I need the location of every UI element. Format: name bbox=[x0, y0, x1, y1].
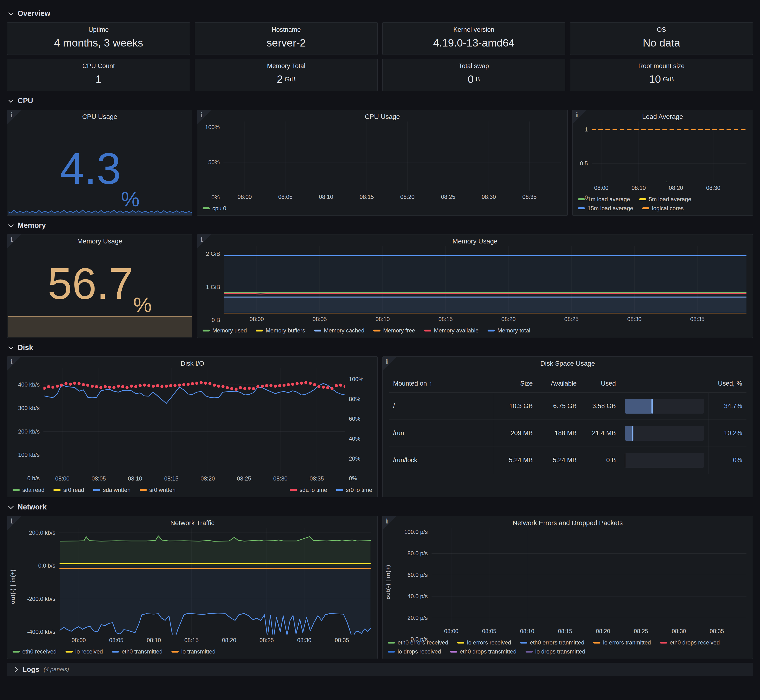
section-header-disk[interactable]: Disk bbox=[9, 342, 753, 353]
legend-item[interactable]: sda io time bbox=[290, 487, 327, 493]
legend-item[interactable]: eth0 transmitted bbox=[112, 648, 163, 655]
y-axis-label: out(-) | in(+) bbox=[7, 528, 18, 645]
stat-label: OS bbox=[657, 26, 666, 33]
legend-item[interactable]: sr0 io time bbox=[336, 487, 372, 493]
legend-item[interactable]: cpu 0 bbox=[202, 205, 226, 212]
cpu-usage-plot[interactable] bbox=[224, 122, 561, 191]
grafana-dashboard: Overview Uptime 4 months, 3 weeks Hostna… bbox=[0, 0, 760, 681]
disk-io-plot[interactable] bbox=[44, 368, 345, 473]
panel-info-icon[interactable]: i bbox=[197, 234, 211, 248]
panel-network-traffic: i Network Traffic out(-) | in(+) 200.0 k… bbox=[7, 516, 378, 659]
network-traffic-plot[interactable] bbox=[59, 528, 371, 634]
col-header-mounted-on[interactable]: Mounted on↑ bbox=[389, 380, 493, 387]
memory-usage-plot[interactable] bbox=[224, 246, 746, 314]
panel-info-icon[interactable]: i bbox=[382, 357, 396, 370]
panel-info-icon[interactable]: i bbox=[7, 357, 21, 370]
x-tick-label: 08:25 bbox=[227, 475, 261, 482]
legend-swatch bbox=[53, 489, 61, 491]
panel-disk-io: i Disk I/O 0 b/s100 kb/s200 kb/s300 kb/s… bbox=[7, 356, 378, 497]
legend-label: lo errors received bbox=[467, 639, 511, 646]
panel-info-icon[interactable]: i bbox=[197, 110, 211, 123]
overview-stats-row-2: CPU Count 1 Memory Total 2GiB Total swap… bbox=[7, 59, 753, 91]
legend-item[interactable]: lo drops received bbox=[388, 648, 441, 655]
network-errors-plot[interactable] bbox=[431, 528, 746, 625]
chevron-down-icon bbox=[8, 10, 14, 16]
legend-item[interactable]: sda written bbox=[93, 487, 130, 493]
legend-label: sda read bbox=[22, 487, 44, 493]
legend-item[interactable]: eth0 errors tranmitted bbox=[520, 639, 584, 646]
cell-used: 21.4 MB bbox=[581, 420, 620, 447]
legend-item[interactable]: Memory buffers bbox=[256, 327, 305, 334]
y-tick-label: 20.0 p/s bbox=[407, 614, 428, 621]
legend-item[interactable]: eth0 drops received bbox=[660, 639, 720, 646]
legend-item[interactable]: lo drops transmitted bbox=[526, 648, 585, 655]
cell-size: 209 MB bbox=[493, 420, 537, 447]
legend-item[interactable]: lo received bbox=[66, 648, 103, 655]
legend-item[interactable]: Memory free bbox=[373, 327, 415, 334]
col-header-size[interactable]: Size bbox=[493, 380, 537, 387]
section-header-cpu[interactable]: CPU bbox=[9, 95, 753, 107]
panel-memory-usage-gauge: i Memory Usage 56.7 % bbox=[7, 234, 193, 338]
legend-item[interactable]: lo transmitted bbox=[171, 648, 215, 655]
legend-item[interactable]: Memory cached bbox=[314, 327, 365, 334]
col-header-available[interactable]: Available bbox=[537, 380, 581, 387]
legend-item[interactable]: 5m load average bbox=[639, 196, 691, 203]
cpu-usage-value: 4.3 bbox=[60, 147, 121, 191]
cpu-usage-gauge: 4.3 % bbox=[7, 122, 192, 216]
legend-item[interactable]: logical cores bbox=[642, 205, 683, 212]
legend-item[interactable]: lo errors received bbox=[457, 639, 511, 646]
legend-swatch bbox=[93, 489, 100, 491]
y-tick-label: 100 kb/s bbox=[18, 452, 40, 458]
y-tick-label: 0 b/s bbox=[27, 475, 40, 482]
x-tick-label: 08:20 bbox=[492, 316, 525, 322]
y-tick-label: 200 kb/s bbox=[18, 428, 40, 435]
panel-info-icon[interactable]: i bbox=[7, 110, 21, 123]
legend-item[interactable]: 15m load average bbox=[578, 205, 633, 212]
legend-item[interactable]: Memory available bbox=[424, 327, 479, 334]
legend-label: logical cores bbox=[652, 205, 683, 212]
section-header-network[interactable]: Network bbox=[9, 501, 753, 513]
x-tick-label: 08:20 bbox=[586, 628, 620, 634]
col-header-used[interactable]: Used bbox=[581, 380, 620, 387]
legend-label: eth0 errors tranmitted bbox=[530, 639, 584, 646]
legend-item[interactable]: eth0 drops transmitted bbox=[450, 648, 517, 655]
legend-item[interactable]: lo errors tranmitted bbox=[593, 639, 651, 646]
x-tick-label: 08:20 bbox=[659, 184, 693, 191]
panel-info-icon[interactable]: i bbox=[7, 516, 21, 530]
load-average-plot[interactable] bbox=[592, 122, 746, 182]
y-tick-label: 0 B bbox=[212, 317, 220, 323]
section-label: Disk bbox=[17, 343, 33, 352]
section-header-memory[interactable]: Memory bbox=[9, 219, 753, 231]
x-tick-label: 08:00 bbox=[585, 184, 618, 191]
section-header-logs[interactable]: Logs (4 panels) bbox=[7, 663, 753, 676]
col-header-used-pct[interactable]: Used, % bbox=[708, 380, 746, 387]
y-tick-label: 20% bbox=[349, 455, 360, 462]
legend-swatch bbox=[171, 651, 179, 653]
panel-info-icon[interactable]: i bbox=[573, 110, 586, 123]
legend-item[interactable]: Memory total bbox=[487, 327, 530, 334]
legend-item[interactable]: sr0 read bbox=[53, 487, 84, 493]
legend-item[interactable]: Memory used bbox=[202, 327, 247, 334]
y-tick-label: 0.5 bbox=[580, 160, 588, 167]
legend-label: 15m load average bbox=[588, 205, 633, 212]
table-row: /10.3 GB6.75 GB3.58 GB34.7% bbox=[389, 392, 746, 420]
panel-load-average: i Load Average 00.51 08:0008:1008:2008:3… bbox=[572, 109, 753, 216]
stat-panel-uptime: Uptime 4 months, 3 weeks bbox=[7, 22, 190, 55]
cell-mounted-on: / bbox=[389, 393, 493, 420]
panel-info-icon[interactable]: i bbox=[382, 516, 396, 530]
y-tick-label: -400.0 kb/s bbox=[27, 628, 55, 635]
legend-label: Memory used bbox=[212, 327, 247, 334]
y-tick-label: 2 GiB bbox=[206, 251, 220, 257]
legend-item[interactable]: sda read bbox=[13, 487, 44, 493]
cell-used: 0 B bbox=[581, 447, 620, 473]
memory-usage-value: 56.7 bbox=[48, 262, 133, 306]
panel-info-icon[interactable]: i bbox=[7, 234, 21, 248]
y-tick-label: -200.0 kb/s bbox=[27, 595, 55, 602]
section-header-overview[interactable]: Overview bbox=[9, 8, 753, 19]
legend-swatch bbox=[112, 651, 119, 653]
legend-item[interactable]: eth0 received bbox=[13, 648, 56, 655]
legend-item[interactable]: sr0 written bbox=[139, 487, 176, 493]
memory-usage-unit: % bbox=[133, 292, 152, 317]
cell-available: 6.75 GB bbox=[537, 393, 581, 420]
x-tick-label: 08:30 bbox=[472, 194, 505, 200]
